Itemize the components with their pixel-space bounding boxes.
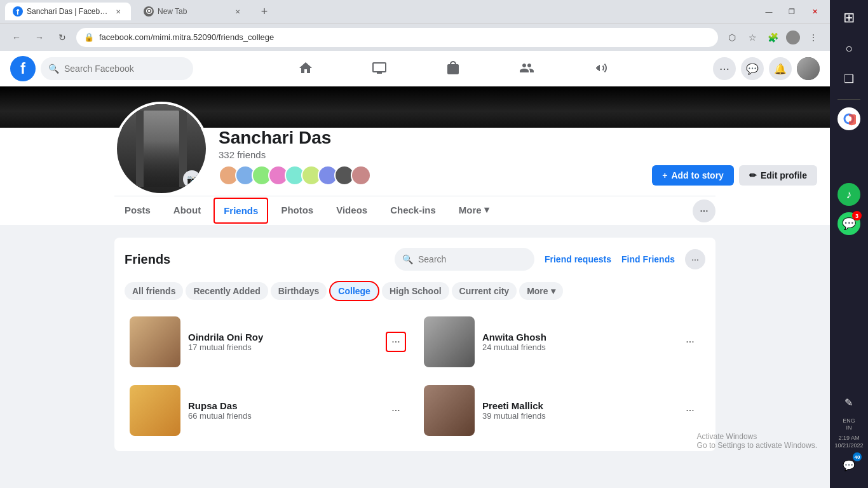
url-bar[interactable]: 🔒 facebook.com/mimi.mitra.52090/friends_…	[76, 28, 718, 47]
page-content: f 🔍	[0, 51, 830, 488]
filter-birthdays[interactable]: Birthdays	[271, 282, 327, 300]
search-input[interactable]	[64, 64, 179, 74]
friend-menu-button-2[interactable]: ···	[680, 332, 700, 352]
nav-marketplace[interactable]	[417, 53, 489, 84]
messenger-button[interactable]: 💬	[741, 57, 764, 80]
filter-more[interactable]: More ▾	[519, 282, 562, 300]
search-icon-friends: 🔍	[402, 254, 413, 264]
facebook-nav	[198, 53, 708, 84]
nav-videos[interactable]: Videos	[326, 197, 377, 225]
tab-facebook[interactable]: f Sanchari Das | Facebook ✕	[5, 3, 131, 20]
nav-gaming[interactable]	[565, 53, 636, 84]
whatsapp-icon[interactable]: 💬 3	[836, 211, 862, 236]
search-bar[interactable]: 🔍	[41, 57, 193, 80]
camera-button[interactable]: 📷	[183, 170, 201, 188]
main-content: Friends 🔍 Friend requests Find Friends ·…	[0, 225, 830, 464]
lock-icon: 🔒	[84, 32, 94, 42]
chrome-icon[interactable]	[837, 107, 860, 130]
friends-title: Friends	[125, 252, 170, 267]
notifications-button[interactable]: 🔔	[769, 57, 792, 80]
header-actions: ⋯ 💬 🔔	[713, 57, 820, 80]
friend-menu-button-1[interactable]: ···	[386, 332, 406, 352]
address-actions: ⬡ ☆ 🧩 ⋮	[723, 29, 822, 46]
friend-photo-2	[424, 316, 475, 367]
star-icon[interactable]: ☆	[743, 29, 761, 46]
start-button[interactable]: ⊞	[836, 5, 862, 30]
friend-menu-button-4[interactable]: ···	[680, 400, 700, 421]
nav-home[interactable]	[270, 53, 341, 84]
profile-friends-count: 332 friends	[219, 149, 642, 160]
search-button[interactable]: ○	[836, 36, 862, 61]
chevron-down-icon: ▾	[484, 204, 489, 215]
friend-card-1[interactable]: Oindrila Oni Roy 17 mutual friends ···	[125, 311, 411, 372]
filter-college[interactable]: College	[329, 281, 379, 301]
close-tab-newtab[interactable]: ✕	[233, 6, 243, 17]
pen-icon[interactable]: ✎	[836, 390, 862, 415]
edit-profile-button[interactable]: ✏ Edit profile	[739, 165, 817, 186]
new-tab-button[interactable]: +	[255, 3, 273, 20]
profile-icon[interactable]	[784, 29, 802, 46]
main-browser: f Sanchari Das | Facebook ✕ ⦿ New Tab ✕ …	[0, 0, 830, 488]
extensions-icon[interactable]: 🧩	[764, 29, 782, 46]
facebook-logo[interactable]: f	[10, 56, 36, 81]
pencil-icon: ✏	[749, 170, 757, 180]
forward-button[interactable]: →	[31, 29, 48, 46]
language-indicator: ENG IN	[843, 417, 855, 431]
friend-mutual-4: 39 mutual friends	[482, 411, 672, 421]
time-text: 2:19 AM	[834, 434, 863, 442]
nav-groups[interactable]	[491, 53, 562, 84]
friend-avatar-9	[351, 165, 371, 186]
nav-friends[interactable]: Friends	[214, 198, 268, 224]
friend-name-3: Rupsa Das	[188, 400, 378, 411]
cast-icon[interactable]: ⬡	[723, 29, 741, 46]
tab-newtab[interactable]: ⦿ New Tab ✕	[136, 3, 250, 20]
profile-details: Sanchari Das 332 friends	[219, 128, 642, 196]
spotify-icon[interactable]: ♪	[837, 183, 860, 206]
friend-card-3[interactable]: Rupsa Das 66 mutual friends ···	[125, 380, 411, 441]
friend-card-2[interactable]: Anwita Ghosh 24 mutual friends ···	[419, 311, 705, 372]
filter-all-friends[interactable]: All friends	[125, 282, 183, 300]
friends-filter-tabs: All friends Recently Added Birthdays Col…	[125, 281, 705, 301]
nav-about[interactable]: About	[163, 197, 211, 225]
friend-info-3: Rupsa Das 66 mutual friends	[188, 400, 378, 421]
filter-recently-added[interactable]: Recently Added	[186, 282, 268, 300]
friends-search-input[interactable]	[418, 254, 494, 264]
profile-avatar[interactable]	[797, 57, 820, 80]
menu-icon[interactable]: ⋮	[804, 29, 822, 46]
url-text: facebook.com/mimi.mitra.52090/friends_co…	[99, 32, 710, 42]
friend-name-4: Preeti Mallick	[482, 400, 672, 411]
nav-more-dropdown[interactable]: More ▾	[449, 196, 499, 225]
nav-photos[interactable]: Photos	[271, 197, 323, 225]
whatsapp-badge: 3	[852, 211, 862, 220]
globe-favicon: ⦿	[144, 6, 154, 17]
filter-current-city[interactable]: Current city	[452, 282, 517, 300]
add-story-label: Add to story	[671, 170, 723, 180]
back-button[interactable]: ←	[8, 29, 25, 46]
notifications-icon-wrapper[interactable]: 💬 40	[836, 452, 862, 478]
friend-mutual-3: 66 mutual friends	[188, 411, 378, 421]
friend-menu-button-3[interactable]: ···	[386, 400, 406, 421]
refresh-button[interactable]: ↻	[53, 29, 71, 46]
close-button[interactable]: ✕	[804, 5, 825, 18]
nav-video[interactable]	[344, 53, 415, 84]
find-friends-link[interactable]: Find Friends	[621, 254, 675, 264]
nav-checkins[interactable]: Check-ins	[380, 197, 446, 225]
friend-card-4[interactable]: Preeti Mallick 39 mutual friends ···	[419, 380, 705, 441]
friends-search-bar[interactable]: 🔍	[395, 248, 534, 271]
close-tab-facebook[interactable]: ✕	[113, 6, 123, 17]
profile-nav-options[interactable]: ···	[693, 200, 715, 222]
add-story-button[interactable]: + Add to story	[652, 165, 734, 186]
friends-options-button[interactable]: ···	[685, 249, 705, 269]
minimize-button[interactable]: —	[759, 5, 779, 18]
friend-info-2: Anwita Ghosh 24 mutual friends	[482, 332, 672, 352]
task-view-button[interactable]: ❑	[836, 66, 862, 92]
maximize-button[interactable]: ❐	[782, 5, 802, 18]
divider	[837, 99, 860, 100]
filter-high-school[interactable]: High School	[382, 282, 449, 300]
apps-button[interactable]: ⋯	[713, 57, 736, 80]
clock: 2:19 AM 10/21/2022	[834, 434, 863, 450]
nav-posts[interactable]: Posts	[114, 197, 161, 225]
friend-requests-link[interactable]: Friend requests	[545, 254, 611, 264]
tab-title-newtab: New Tab	[158, 7, 187, 16]
title-bar-controls: — ❐ ✕	[759, 5, 825, 18]
